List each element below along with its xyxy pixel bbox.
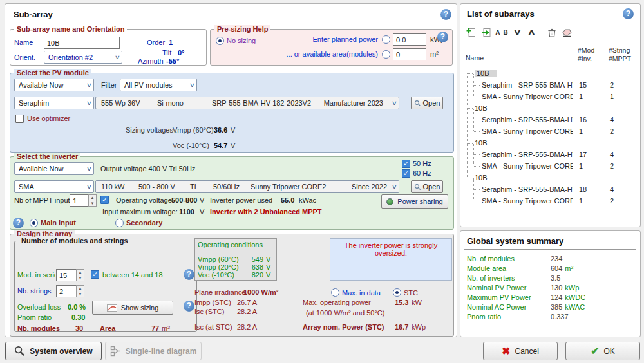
area-radio[interactable] [382,50,390,59]
main-input-radio[interactable] [30,219,38,227]
max-power-note: (at 1000 W/m² and 50°C) [306,309,384,317]
pv-filter-select[interactable]: All PV modules ∨ [120,79,197,91]
inverter-freq: 50/60Hz [213,183,240,191]
inverter-manufacturer-select[interactable]: SMA ∨ [14,180,94,193]
main-panel: Sub-array Sub-array name and Orientation… [5,3,457,337]
subarray-module-row[interactable]: Seraphim - SRP-555-BMA-HV-1...164 [463,114,638,126]
subarray-module-row[interactable]: Seraphim - SRP-555-BMA-HV-1...184 [463,183,638,195]
subarray-root-row[interactable]: 10B [463,137,638,149]
inverter-voltage: 500 - 800 V [138,183,175,191]
subarray-root-row[interactable]: 10B [463,172,638,183]
summary-row: Nominal PV Power130kWp [467,284,634,292]
area-label: Area [100,324,115,332]
cancel-x-icon: ✖ [502,345,510,357]
show-sizing-button[interactable]: Show sizing [92,301,173,315]
between-checkbox[interactable] [91,270,99,279]
subarray-inverter-row[interactable]: SMA - Sunny Tripower CORE211 [463,91,638,102]
cancel-button[interactable]: ✖ Cancel [483,342,558,360]
help-icon[interactable] [184,301,194,312]
area-unit: m² [162,324,170,332]
max-in-data-radio[interactable] [331,288,339,297]
ok-button[interactable]: ✔ OK [565,342,640,360]
power-sharing-icon [386,198,393,205]
move-down-button[interactable]: ∨ [511,26,524,39]
clear-subarray-button[interactable] [561,26,574,39]
help-icon[interactable] [440,9,451,20]
planned-power-input[interactable] [393,33,426,46]
voc-value: 54.7 [214,142,227,149]
opcond-unit: V [266,263,270,271]
mod-series-label: Mod. in series [17,271,61,279]
search-icon [414,100,421,107]
freq-60hz-checkbox[interactable] [402,169,410,178]
pv-open-button[interactable]: Open [411,97,443,109]
filter-label: Filter [101,81,117,89]
system-overview-button[interactable]: System overview [5,342,102,360]
subarray-module-row[interactable]: Seraphim - SRP-555-BMA-HV-1...174 [463,149,638,160]
mppt-inputs-input[interactable] [70,194,89,207]
between-label: between 14 and 18 [102,271,163,279]
subarray-module-row[interactable]: Seraphim - SRP-555-BMA-HV-1...152 [463,79,638,91]
help-icon[interactable] [184,269,194,280]
global-summary-panel: Global system summary Nb. of modules234 … [460,230,641,337]
pv-availability-value: Available Now [19,81,64,89]
nb-strings-input[interactable] [56,285,77,297]
use-optimizer-checkbox[interactable] [15,115,24,123]
power-sharing-button[interactable]: Power sharing [381,194,448,209]
pv-module-select[interactable]: 555 Wp 36V Si-mono SRP-555-BMA-HV-182-20… [95,97,399,109]
pv-availability-select[interactable]: Available Now ∨ [14,79,94,91]
help-icon[interactable] [13,218,24,228]
add-subarray-button[interactable] [464,26,477,39]
inverter-warning-box: The inverter power is strongly oversized… [330,238,452,281]
help-icon[interactable] [623,8,634,19]
delete-subarray-button[interactable] [545,26,558,39]
power-used-unit: kWac [299,196,316,204]
mppt-inputs-label: Nb of MPPT inputs [14,196,73,204]
subarray-inverter-row[interactable]: SMA - Sunny Tripower CORE212 [463,195,638,207]
rename-icon [495,28,507,36]
mod-series-stepper[interactable]: ▲▼ [76,269,84,281]
use-optimizer-label: Use optimizer [27,115,70,122]
duplicate-subarray-button[interactable] [480,26,493,39]
mod-series-input[interactable] [56,269,77,281]
area-input[interactable] [393,48,426,60]
opcond-label: Vmpp (60°C) [198,256,239,263]
group-legend: Pre-sizing Help [214,25,270,33]
subarray-root-row[interactable]: 10B [463,68,638,79]
orientation-select[interactable]: Orientation #2 ∨ [44,51,122,64]
pv-module-year: Manufacturer 2023 [324,99,383,107]
duplicate-icon [481,27,492,38]
move-up-button[interactable]: ∧ [525,26,538,39]
subarray-name-input[interactable] [44,37,120,49]
no-sizing-radio[interactable] [216,37,224,45]
design-array-group: Design the array Number of modules and s… [10,234,454,337]
subarray-inverter-row[interactable]: SMA - Sunny Tripower CORE212 [463,126,638,137]
secondary-radio[interactable] [115,219,124,227]
operating-voltage-unit: V [200,196,204,204]
col-name-header[interactable]: Name [466,54,484,62]
opcond-value: 638 [245,263,263,271]
planned-power-radio[interactable] [382,35,390,44]
freq-50hz-checkbox[interactable] [402,160,410,168]
subarray-root-row[interactable]: 10B [463,102,638,114]
stc-radio[interactable] [393,288,401,297]
rename-subarray-button[interactable] [495,26,508,39]
freq-60hz-label: 60 Hz [413,169,431,177]
help-icon[interactable] [437,32,448,42]
inverter-availability-select[interactable]: Available Now ∨ [14,162,94,175]
mppt-stepper[interactable]: ▲▼ [88,194,97,207]
subarray-inverter-row[interactable]: SMA - Sunny Tripower CORE212 [463,160,638,172]
col-mod-header[interactable]: #Mod#Inv. [578,46,594,63]
nb-strings-stepper[interactable]: ▲▼ [76,285,84,297]
planned-power-label: Enter planned power [249,35,378,43]
inverter-open-button[interactable]: Open [411,180,443,193]
mppt-checkbox[interactable] [100,196,109,204]
col-string-header[interactable]: #String#MPPT [609,46,631,63]
page-title: Sub-array [14,10,53,19]
nb-modules-label: Nb. modules [17,324,60,332]
group-legend: Sub-array name and Orientation [14,25,127,33]
inverter-model-select[interactable]: 110 kW 500 - 800 V TL 50/60Hz Sunny Trip… [95,180,399,193]
single-line-diagram-button[interactable]: Single-line diagram [105,342,202,360]
orient-label: Orient. [14,53,35,61]
pv-manufacturer-select[interactable]: Seraphim ∨ [14,97,94,109]
